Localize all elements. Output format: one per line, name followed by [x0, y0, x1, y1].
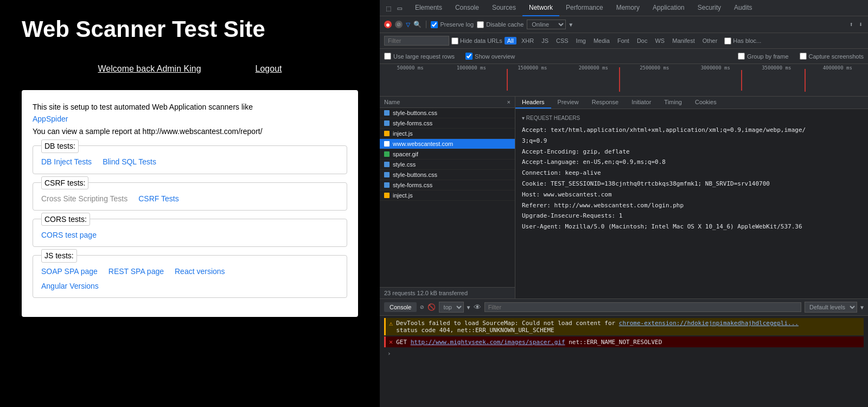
file-item[interactable]: style-buttons.css	[380, 170, 515, 180]
timeline-bar-1	[507, 69, 508, 91]
console-prompt[interactable]: ›	[384, 348, 864, 359]
devtools-tab-icons: ⬚ ▭	[380, 3, 409, 14]
throttling-dropdown-icon[interactable]: ▼	[569, 22, 572, 28]
tab-headers[interactable]: Headers	[515, 97, 551, 109]
preserve-log-label[interactable]: Preserve log	[431, 21, 474, 28]
group-by-frame-option[interactable]: Group by frame	[738, 53, 788, 60]
group-by-frame-checkbox[interactable]	[738, 53, 745, 60]
csrf-link[interactable]: CSRF Tests	[138, 193, 178, 205]
tab-application[interactable]: Application	[646, 0, 691, 16]
filter-type-media[interactable]: Media	[591, 37, 612, 44]
has-blocked-option[interactable]: Has bloc...	[724, 37, 761, 44]
filter-type-js[interactable]: JS	[539, 37, 551, 44]
header-accept: Accept: text/html,application/xhtml+xml,…	[522, 125, 861, 136]
disable-cache-checkbox[interactable]	[477, 21, 484, 28]
console-filter-input[interactable]	[484, 302, 801, 312]
react-versions-link[interactable]: React versions	[175, 265, 225, 277]
cursor-icon[interactable]: ⬚	[384, 3, 393, 14]
search-icon[interactable]: 🔍	[413, 21, 422, 28]
throttling-select[interactable]: Online Offline Slow 3G Fast 3G	[527, 20, 566, 29]
download-icon[interactable]: ⬇	[858, 20, 864, 29]
disable-cache-label[interactable]: Disable cache	[477, 21, 524, 28]
tab-response[interactable]: Response	[585, 97, 626, 109]
filter-type-all[interactable]: All	[505, 37, 516, 44]
angular-versions-link[interactable]: Angular Versions	[41, 280, 99, 292]
file-item-selected[interactable]: www.webscantest.com	[380, 139, 515, 149]
file-list-close-btn[interactable]: ×	[507, 99, 510, 105]
rest-spa-link[interactable]: REST SPA page	[108, 265, 164, 277]
console-eye-icon[interactable]: 👁	[474, 303, 481, 311]
file-item[interactable]: spacer.gif	[380, 149, 515, 160]
tab-performance[interactable]: Performance	[559, 0, 610, 16]
tab-security[interactable]: Security	[691, 0, 727, 16]
tab-network[interactable]: Network	[522, 0, 559, 16]
record-button[interactable]: ●	[384, 21, 392, 28]
tab-console[interactable]: Console	[449, 0, 486, 16]
tab-cookies[interactable]: Cookies	[688, 97, 723, 109]
filter-type-img[interactable]: Img	[573, 37, 589, 44]
file-item[interactable]: style-forms.css	[380, 180, 515, 190]
preserve-log-checkbox[interactable]	[431, 21, 438, 28]
hide-data-urls-checkbox[interactable]	[451, 37, 458, 44]
soap-spa-link[interactable]: SOAP SPA page	[41, 265, 98, 277]
tab-audits[interactable]: Audits	[727, 0, 758, 16]
filter-type-ws[interactable]: WS	[652, 37, 667, 44]
clear-button[interactable]: ⊘	[395, 21, 403, 28]
file-item[interactable]: inject.js	[380, 190, 515, 201]
logout-link[interactable]: Logout	[256, 64, 282, 74]
file-item[interactable]: style-buttons.css	[380, 108, 515, 118]
hide-data-urls-option[interactable]: Hide data URLs	[451, 37, 502, 44]
db-tests-links: DB Inject Tests Blind SQL Tests	[41, 156, 339, 168]
network-main-area: Name × style-buttons.css style-forms.css…	[380, 97, 868, 298]
db-tests-label: DB tests:	[41, 139, 79, 152]
large-rows-checkbox[interactable]	[384, 53, 391, 60]
failed-request-link[interactable]: http://www.mightyseek.com/images/spacer.…	[411, 339, 565, 346]
console-input-area[interactable]	[394, 350, 860, 357]
console-level-select[interactable]: Default levels Verbose Info Warnings Err…	[805, 302, 857, 313]
filter-icon[interactable]: ▽	[406, 20, 410, 29]
devices-icon[interactable]: ▭	[395, 3, 404, 14]
filter-input[interactable]	[384, 36, 449, 46]
console-output: ⚠ DevTools failed to load SourceMap: Cou…	[380, 316, 868, 407]
filter-type-doc[interactable]: Doc	[634, 37, 650, 44]
console-block-icon[interactable]: ⊘	[420, 303, 424, 311]
cors-tests-section: CORS tests: CORS test page	[33, 219, 347, 247]
file-item[interactable]: style.css	[380, 160, 515, 170]
capture-screenshots-option[interactable]: Capture screenshots	[800, 53, 864, 60]
header-cookie: Cookie: TEST_SESSIONID=138cjnthq0trtcbkq…	[522, 179, 861, 189]
tab-timing[interactable]: Timing	[658, 97, 688, 109]
welcome-link[interactable]: Welcome back Admin King	[98, 64, 201, 74]
filter-type-xhr[interactable]: XHR	[519, 37, 537, 44]
console-context-dropdown-icon[interactable]: ▼	[467, 304, 470, 310]
appspider-link[interactable]: AppSpider	[33, 115, 68, 123]
upload-icon[interactable]: ⬆	[848, 20, 854, 29]
console-level-dropdown-icon[interactable]: ▼	[860, 304, 864, 310]
large-rows-option[interactable]: Use large request rows	[384, 53, 455, 60]
console-ban-icon[interactable]: 🚫	[427, 303, 436, 311]
has-blocked-checkbox[interactable]	[724, 37, 731, 44]
console-context-select[interactable]: top	[439, 302, 464, 313]
tab-memory[interactable]: Memory	[610, 0, 646, 16]
capture-screenshots-checkbox[interactable]	[800, 53, 807, 60]
sourcemap-error-link[interactable]: chrome-extension://hdokiejnpimakedhajhdl…	[619, 320, 799, 327]
show-overview-option[interactable]: Show overview	[465, 53, 515, 60]
css-icon	[384, 120, 390, 126]
filter-type-font[interactable]: Font	[615, 37, 632, 44]
network-filter-row: Hide data URLs All XHR JS CSS Img Media …	[380, 33, 868, 49]
cors-link[interactable]: CORS test page	[41, 229, 97, 241]
file-item[interactable]: style-forms.css	[380, 118, 515, 129]
blind-sql-link[interactable]: Blind SQL Tests	[103, 156, 156, 168]
tab-preview[interactable]: Preview	[551, 97, 585, 109]
tab-sources[interactable]: Sources	[486, 0, 522, 16]
db-inject-link[interactable]: DB Inject Tests	[41, 156, 92, 168]
tab-elements[interactable]: Elements	[409, 0, 449, 16]
filter-type-manifest[interactable]: Manifest	[669, 37, 698, 44]
tab-initiator[interactable]: Initiator	[625, 97, 658, 109]
csrf-tests-section: CSRF tests: Cross Site Scripting Tests C…	[33, 182, 347, 211]
file-list-header: Name ×	[380, 97, 515, 108]
file-item[interactable]: inject.js	[380, 129, 515, 139]
show-overview-checkbox[interactable]	[465, 53, 473, 60]
console-tab-button[interactable]: Console	[384, 302, 417, 312]
filter-type-css[interactable]: CSS	[553, 37, 571, 44]
filter-type-other[interactable]: Other	[700, 37, 720, 44]
